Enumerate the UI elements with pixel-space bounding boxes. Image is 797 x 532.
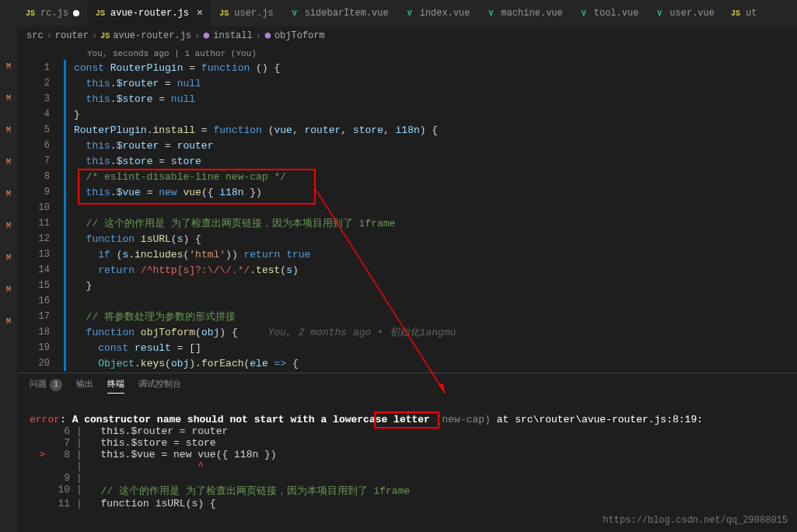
pipe-icon: | (76, 437, 89, 449)
scm-bar-icon (64, 107, 66, 122)
js-icon: JS (100, 32, 110, 40)
line-marker: > (30, 449, 45, 460)
code-line[interactable]: 9 this.$vue = new vue({ i18n }) (17, 184, 797, 200)
code-line[interactable]: 3 this.$store = null (17, 91, 797, 107)
code-line[interactable]: 18 function objToform(obj) { You, 2 mont… (17, 324, 797, 340)
code-content[interactable]: this.$vue = new vue({ i18n }) (74, 187, 262, 198)
scm-marker: M (6, 285, 11, 294)
code-line[interactable]: 8 /* eslint-disable-line new-cap */ (17, 169, 797, 184)
cube-icon: ⬢ (203, 31, 210, 40)
editor-tab[interactable]: Vmachine.vue (478, 0, 571, 26)
js-icon: JS (730, 8, 741, 19)
code-line[interactable]: 16 (17, 293, 797, 309)
code-content[interactable]: const RouterPlugin = function () { (74, 62, 280, 74)
colon: : (60, 414, 72, 425)
code-content[interactable]: } (74, 280, 92, 292)
code-line[interactable]: 12 function isURL(s) { (17, 231, 797, 247)
crumb[interactable]: objToform (274, 30, 325, 41)
code-line[interactable]: 13 if (s.includes('html')) return true (17, 247, 797, 262)
code-line[interactable]: 7 this.$store = store (17, 153, 797, 169)
line-number: 7 (17, 156, 64, 166)
scm-bar-icon (64, 60, 66, 75)
at-text: at (491, 414, 515, 425)
code-content[interactable]: Object.keys(obj).forEach(ele => { (74, 358, 299, 369)
scm-bar-icon (64, 153, 66, 169)
tab-debug[interactable]: 调试控制台 (138, 378, 181, 394)
code-line[interactable]: 11 // 这个的作用是 为了检查出网页链接，因为本项目用到了 iframe (17, 215, 797, 231)
code-line[interactable]: 6 this.$router = router (17, 138, 797, 153)
scm-bar-icon (64, 293, 66, 309)
scm-bar-icon (64, 355, 66, 371)
code-content[interactable]: RouterPlugin.install = function (vue, ro… (74, 124, 438, 136)
line-number: 16 (17, 296, 64, 306)
line-number: 3 (17, 93, 64, 104)
code-content[interactable]: this.$store = null (74, 93, 195, 105)
editor-tab[interactable]: JSrc.js (17, 0, 87, 26)
code-content[interactable]: } (74, 109, 80, 121)
code-line[interactable]: 4} (17, 107, 797, 122)
code-line[interactable]: 17 // 将参数处理为参数的形式拼接 (17, 309, 797, 324)
code-line[interactable]: 5RouterPlugin.install = function (vue, r… (17, 122, 797, 138)
code-content[interactable]: // 这个的作用是 为了检查出网页链接，因为本项目用到了 iframe (74, 216, 395, 230)
code-content[interactable]: // 将参数处理为参数的形式拼接 (74, 310, 236, 324)
editor-tab[interactable]: Vuser.vue (646, 0, 722, 26)
scm-bar-icon (64, 247, 66, 262)
code-content[interactable]: if (s.includes('html')) return true (74, 249, 310, 261)
code-line[interactable]: 2 this.$router = null (17, 75, 797, 91)
close-icon[interactable]: × (197, 7, 203, 19)
code-content[interactable]: return /^http[s]?:\/\/.*/.test(s) (74, 264, 299, 276)
scm-marker: M (6, 317, 11, 326)
breadcrumb[interactable]: src › router › JS avue-router.js › ⬢ ins… (17, 27, 797, 44)
code-line[interactable]: 14 return /^http[s]?:\/\/.*/.test(s) (17, 262, 797, 278)
code-line[interactable]: 19 const result = [] (17, 340, 797, 355)
code-content[interactable]: this.$router = null (74, 78, 201, 89)
crumb[interactable]: install (213, 30, 252, 41)
code-content[interactable]: /* eslint-disable-line new-cap */ (74, 171, 286, 183)
tab-terminal[interactable]: 终端 (107, 378, 124, 394)
line-number: 11 (17, 218, 64, 229)
line-number: 18 (17, 327, 64, 338)
editor-tab[interactable]: VsidebarItem.vue (281, 0, 397, 26)
line-marker (30, 484, 45, 498)
terminal-content[interactable]: error: A constructor name should not sta… (17, 398, 797, 516)
editor-tab[interactable]: JSavue-router.js× (87, 0, 211, 26)
code-content[interactable]: this.$store = store (74, 156, 201, 167)
codelens[interactable]: You, seconds ago | 1 author (You) (17, 49, 797, 58)
tab-problems[interactable]: 问题1 (30, 378, 62, 394)
error-label: error (30, 414, 60, 425)
tab-label: sidebarItem.vue (305, 8, 389, 19)
terminal-code: ^ (89, 460, 204, 472)
code-line[interactable]: 20 Object.keys(obj).forEach(ele => { (17, 355, 797, 371)
line-number: 6 (17, 140, 64, 151)
editor-tab[interactable]: JSut (722, 0, 764, 26)
code-content[interactable]: function objToform(obj) { You, 2 months … (74, 325, 456, 339)
code-line[interactable]: 10 (17, 200, 797, 215)
crumb[interactable]: src (26, 30, 44, 41)
vue-icon: V (654, 8, 665, 19)
scm-bar-icon (64, 231, 66, 247)
line-number: 10 (17, 202, 64, 213)
line-number: 20 (17, 358, 64, 369)
code-content[interactable]: this.$router = router (74, 140, 213, 152)
crumb[interactable]: router (55, 30, 89, 41)
tab-label: index.vue (420, 8, 470, 19)
editor-tab[interactable]: Vindex.vue (397, 0, 478, 26)
tab-output[interactable]: 输出 (76, 378, 93, 394)
code-content[interactable]: const result = [] (74, 342, 201, 354)
crumb[interactable]: avue-router.js (113, 30, 191, 41)
editor-area[interactable]: 1const RouterPlugin = function () {2 thi… (17, 58, 797, 373)
code-content[interactable]: function isURL(s) { (74, 233, 201, 245)
editor-tab[interactable]: Vtool.vue (571, 0, 647, 26)
code-line[interactable]: 1const RouterPlugin = function () { (17, 60, 797, 75)
scm-marker: M (6, 94, 11, 103)
terminal-line-number: 9 (45, 472, 76, 484)
line-number: 12 (17, 233, 64, 244)
code-line[interactable]: 15 } (17, 278, 797, 293)
vue-icon: V (486, 8, 497, 19)
scm-bar-icon (64, 309, 66, 324)
line-number: 19 (17, 342, 64, 353)
editor-tab[interactable]: JSuser.js (211, 0, 281, 26)
scm-bar-icon (64, 75, 66, 91)
line-marker (30, 472, 45, 484)
terminal-line-number (45, 460, 76, 472)
